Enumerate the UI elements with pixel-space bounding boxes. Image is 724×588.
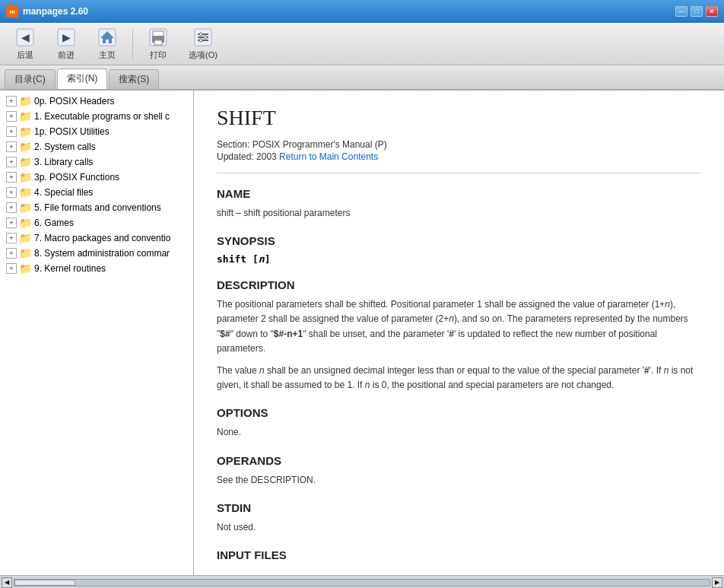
scroll-right-arrow[interactable]: ▶ [712,577,722,588]
tab-contents[interactable]: 目录(C) [5,69,56,89]
print-icon [148,27,169,48]
input-files-heading: INPUT FILES [217,548,701,561]
svg-point-16 [204,36,207,39]
svg-text:◀: ◀ [21,31,30,43]
options-icon [192,27,214,48]
home-icon [97,27,118,48]
content-area[interactable]: SHIFT Section: POSIX Programmer's Manual… [194,91,724,575]
home-button[interactable]: 主页 [90,23,125,65]
options-button[interactable]: 选项(O) [182,23,224,65]
folder-icon-5: 📁 [19,202,32,214]
synopsis-heading: SYNOPSIS [217,234,701,247]
tabbar: 目录(C) 索引(N) 搜索(S) [0,65,724,91]
expander-8[interactable]: + [6,248,17,259]
toolbar: ◀ 后退 ▶ 前进 主页 [0,23,724,65]
return-link[interactable]: Return to Main Contents [279,151,378,162]
divider-1 [217,173,701,173]
expander-4[interactable]: + [6,187,17,198]
back-label: 后退 [17,49,33,61]
scroll-thumb[interactable] [14,580,75,586]
sidebar-item-0p[interactable]: + 📁 0p. POSIX Headers [0,94,193,109]
sidebar-label-3p: 3p. POSIX Functions [34,172,119,183]
expander-9[interactable]: + [6,263,17,274]
tab-search[interactable]: 搜索(S) [109,69,159,89]
folder-icon-8: 📁 [19,247,32,259]
expander-3p[interactable]: + [6,172,17,183]
svg-text:▶: ▶ [62,31,71,43]
forward-icon: ▶ [56,27,77,48]
svg-point-17 [199,39,202,42]
expander-0p[interactable]: + [6,96,17,106]
expander-6[interactable]: + [6,218,17,228]
sidebar-label-2: 2. System calls [34,141,96,152]
folder-icon-9: 📁 [19,262,32,275]
sidebar-item-8[interactable]: + 📁 8. System administration commar [0,246,193,261]
titlebar-left: m manpages 2.60 [6,5,88,17]
sidebar-item-7[interactable]: + 📁 7. Macro packages and conventio [0,230,193,246]
stdin-heading: STDIN [217,501,701,514]
minimize-button[interactable]: ─ [675,6,687,17]
operands-text: See the DESCRIPTION. [217,473,701,488]
sidebar-label-7: 7. Macro packages and conventio [34,233,170,243]
svg-rect-9 [154,40,162,45]
stdin-text: Not used. [217,520,701,535]
section-meta: Section: POSIX Programmer's Manual (P) [217,139,701,150]
sidebar-item-9[interactable]: + 📁 9. Kernel routines [0,261,193,276]
forward-button[interactable]: ▶ 前进 [49,23,84,65]
sidebar-item-2[interactable]: + 📁 2. System calls [0,139,193,154]
folder-icon-4: 📁 [19,186,32,199]
close-button[interactable]: ✕ [706,6,718,17]
folder-icon-0p: 📁 [19,95,32,107]
home-label: 主页 [99,49,116,61]
expander-2[interactable]: + [6,141,17,152]
sidebar-item-3p[interactable]: + 📁 3p. POSIX Functions [0,170,193,185]
description-para1: The positional parameters shall be shift… [217,297,701,356]
folder-icon-6: 📁 [19,217,32,229]
folder-icon-2: 📁 [19,141,32,153]
sidebar-label-0p: 0p. POSIX Headers [34,96,114,106]
expander-1[interactable]: + [6,111,17,122]
page-title: SHIFT [217,106,701,130]
folder-icon-3p: 📁 [19,171,32,183]
sidebar-label-3: 3. Library calls [34,157,93,167]
scroll-left-arrow[interactable]: ◀ [2,577,12,588]
sidebar-item-5[interactable]: + 📁 5. File formats and conventions [0,200,193,215]
folder-icon-3: 📁 [19,156,32,168]
back-icon: ◀ [14,27,36,48]
sidebar[interactable]: + 📁 0p. POSIX Headers + 📁 1. Executable … [0,91,194,575]
expander-1p[interactable]: + [6,126,17,137]
sidebar-label-1: 1. Executable programs or shell c [34,111,170,122]
forward-label: 前进 [58,49,75,61]
sidebar-item-4[interactable]: + 📁 4. Special files [0,185,193,200]
sidebar-item-3[interactable]: + 📁 3. Library calls [0,154,193,170]
sidebar-item-1p[interactable]: + 📁 1p. POSIX Utilities [0,124,193,139]
options-heading: OPTIONS [217,406,701,419]
updated-text: Updated: 2003 [217,151,277,162]
svg-rect-10 [152,38,154,40]
back-button[interactable]: ◀ 后退 [8,23,43,65]
operands-heading: OPERANDS [217,454,701,467]
expander-5[interactable]: + [6,202,17,213]
app-icon: m [6,5,18,17]
titlebar-controls[interactable]: ─ □ ✕ [675,6,718,17]
print-label: 打印 [150,49,167,61]
scroll-track[interactable] [14,579,710,586]
name-heading: NAME [217,187,701,200]
expander-3[interactable]: + [6,157,17,167]
print-button[interactable]: 打印 [141,23,176,65]
description-heading: DESCRIPTION [217,278,701,291]
sidebar-label-5: 5. File formats and conventions [34,202,161,213]
sidebar-item-1[interactable]: + 📁 1. Executable programs or shell c [0,109,193,124]
expander-7[interactable]: + [6,233,17,243]
maximize-button[interactable]: □ [691,6,703,17]
svg-point-15 [199,33,202,36]
sidebar-label-6: 6. Games [34,218,74,228]
sidebar-item-6[interactable]: + 📁 6. Games [0,215,193,230]
folder-icon-7: 📁 [19,232,32,244]
synopsis-code: shift [n] [217,253,701,265]
horizontal-scrollbar[interactable]: ◀ ▶ [0,575,724,588]
description-para2: The value n shall be an unsigned decimal… [217,364,701,393]
tab-index[interactable]: 索引(N) [57,68,108,89]
sidebar-label-4: 4. Special files [34,187,93,198]
app-title: manpages 2.60 [23,6,88,17]
